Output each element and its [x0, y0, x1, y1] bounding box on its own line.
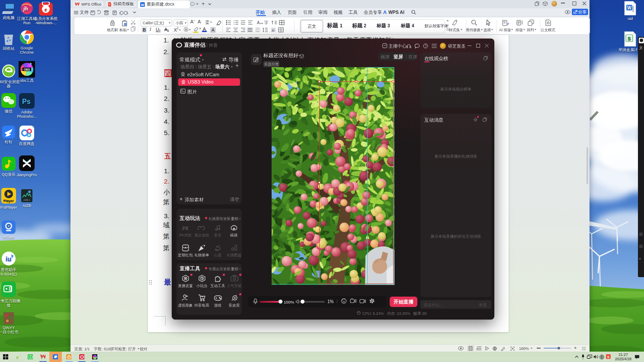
svg-text:字: 字 — [264, 20, 269, 25]
svg-text:W: W — [627, 6, 631, 10]
svg-text:jh: jh — [22, 5, 28, 12]
svg-text:Player: Player — [3, 199, 14, 203]
svg-text:PK: PK — [182, 225, 189, 231]
svg-text:A: A — [257, 20, 260, 25]
svg-text:W: W — [141, 3, 144, 6]
svg-text:Ps: Ps — [22, 98, 31, 105]
svg-text:OBS: OBS — [24, 68, 30, 71]
svg-text:AIZB-3: AIZB-3 — [23, 199, 30, 201]
svg-text:e: e — [16, 354, 19, 359]
svg-text:A: A — [272, 29, 275, 32]
svg-text:S: S — [628, 36, 631, 41]
svg-text:S: S — [607, 355, 610, 359]
svg-text:iu: iu — [6, 255, 11, 262]
svg-text:e: e — [45, 6, 47, 13]
